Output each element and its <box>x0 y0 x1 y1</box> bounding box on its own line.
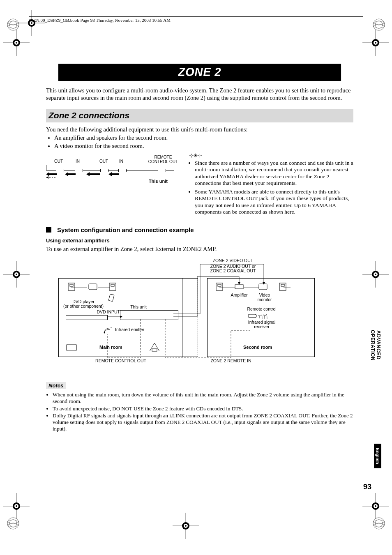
diagram-label: DVD INPUT <box>87 310 120 315</box>
svg-rect-68 <box>281 284 284 286</box>
svg-marker-53 <box>108 172 119 176</box>
need-text: You need the following additional equipm… <box>46 126 353 133</box>
svg-marker-51 <box>65 172 76 176</box>
port-label: IN <box>119 159 123 164</box>
sub-heading: System configuration and connection exam… <box>46 226 353 233</box>
svg-rect-57 <box>111 284 114 286</box>
sub-sub-heading: Using external amplifiers <box>46 237 353 244</box>
svg-point-2 <box>373 19 385 30</box>
svg-rect-65 <box>235 285 243 289</box>
svg-marker-52 <box>86 172 100 176</box>
diagram-label: Infrared signal receiver <box>239 320 284 329</box>
diagram-label: DVD player (or other component) <box>61 299 106 309</box>
svg-point-60 <box>104 332 105 333</box>
arrow-left-icon <box>86 172 101 176</box>
svg-rect-58 <box>89 284 97 290</box>
room-label: Main room <box>99 345 122 350</box>
port-label: IN <box>76 159 80 164</box>
diagram-label: REMOTE CONTROL OUT <box>84 359 158 364</box>
page-number: 93 <box>363 483 371 491</box>
diagram-label: This unit <box>126 305 151 310</box>
svg-point-17 <box>16 274 17 275</box>
speaker-icon <box>278 282 288 291</box>
svg-rect-69 <box>248 314 256 318</box>
notes-list: When not using the main room, turn down … <box>46 391 353 432</box>
svg-marker-50 <box>46 176 48 179</box>
wall-divider <box>181 278 198 357</box>
receiver-icon <box>149 341 161 352</box>
svg-point-27 <box>375 42 376 44</box>
crosshair-icon <box>362 30 389 56</box>
list-item: Dolby Digital RF signals and signals inp… <box>53 412 353 432</box>
svg-rect-66 <box>259 284 267 290</box>
system-diagram: ZONE 2 VIDEO OUT ZONE 2 AUDIO OUT or ZON… <box>46 258 353 373</box>
svg-point-4 <box>7 518 19 529</box>
intro-text: This unit allows you to configure a mult… <box>46 87 353 101</box>
port-label: OUT <box>99 159 108 164</box>
tv-icon <box>66 343 78 352</box>
svg-point-0 <box>7 19 19 30</box>
connection-diagram-1: OUT IN OUT IN REMOTE CONTROL OUT <box>46 155 182 188</box>
tip-icon: ⊹☀⊹ <box>189 152 353 159</box>
list-item: An amplifier and speakers for the second… <box>54 134 353 142</box>
crosshair-icon <box>362 493 389 519</box>
square-bullet-icon <box>46 227 51 233</box>
svg-point-22 <box>16 505 17 507</box>
tips-list: Since there are a number of ways you can… <box>189 160 353 216</box>
svg-rect-55 <box>70 284 73 286</box>
room-label: Second room <box>243 345 272 350</box>
amplifier-icon <box>234 282 244 291</box>
diagram-caption: This unit <box>149 179 168 184</box>
speaker-icon <box>67 282 76 291</box>
diagram-label: Infrared emitter <box>115 327 156 332</box>
speaker-icon <box>214 282 224 291</box>
svg-rect-62 <box>152 349 157 351</box>
speaker-icon <box>108 282 118 291</box>
svg-rect-59 <box>108 294 114 302</box>
monitor-icon <box>88 282 98 291</box>
crosshair-icon <box>173 513 199 539</box>
sub-heading-text: System configuration and connection exam… <box>57 226 194 233</box>
crosshair-icon <box>362 261 389 288</box>
svg-point-32 <box>375 274 376 275</box>
page-frame: 00EN.00_DSPZ9_GB.book Page 93 Thursday, … <box>29 16 363 433</box>
diagram-label: Video monitor <box>253 293 276 302</box>
diagram-label: ZONE 2 VIDEO OUT <box>202 258 264 263</box>
dashed-arrow-icon <box>46 176 58 179</box>
port-label: REMOTE CONTROL OUT <box>147 155 180 164</box>
side-tab-english: English <box>374 444 381 468</box>
list-item: To avoid unexpected noise, DO NOT USE th… <box>53 405 353 412</box>
section-heading: Zone 2 connections <box>46 109 353 122</box>
arrow-left-icon <box>65 172 76 176</box>
diagram-label: Remote control <box>239 307 284 312</box>
list-item: When not using the main room, turn down … <box>53 391 353 405</box>
remote-signal-icon <box>247 313 272 319</box>
svg-point-47 <box>185 525 187 527</box>
monitor-icon <box>258 282 268 291</box>
side-tab-advanced: ADVANCED OPERATION <box>370 325 381 366</box>
this-unit-icon <box>120 310 178 320</box>
remote-icon <box>108 294 116 302</box>
list-item: A video monitor for the second room. <box>54 142 353 150</box>
crosshair-icon <box>3 493 30 519</box>
content-area: ZONE 2 This unit allows you to configure… <box>46 64 353 432</box>
page-title: ZONE 2 <box>58 64 341 81</box>
list-item: Some YAMAHA models are able to connect d… <box>195 189 353 216</box>
arrow-left-icon <box>108 172 120 176</box>
port-label: OUT <box>54 159 63 164</box>
dvd-device-icon <box>66 315 108 320</box>
ir-emitter-icon <box>102 325 114 334</box>
svg-point-12 <box>16 42 17 44</box>
list-item: Since there are a number of ways you can… <box>195 160 353 187</box>
diagram-label: ZONE 2 REMOTE IN <box>194 359 268 364</box>
svg-point-6 <box>373 518 385 529</box>
sub-body-text: To use an external amplifier in Zone 2, … <box>46 245 353 253</box>
notes-heading: Notes <box>46 382 66 389</box>
equipment-list: An amplifier and speakers for the second… <box>46 134 353 150</box>
diagram-label: ZONE 2 AUDIO OUT or ZONE 2 COAXIAL OUT <box>198 264 268 274</box>
svg-rect-61 <box>67 344 76 351</box>
diagram-label: Amplifier <box>227 293 251 298</box>
header-text: 00EN.00_DSPZ9_GB.book Page 93 Thursday, … <box>29 18 363 24</box>
svg-rect-64 <box>218 284 221 286</box>
crosshair-icon <box>3 261 30 288</box>
